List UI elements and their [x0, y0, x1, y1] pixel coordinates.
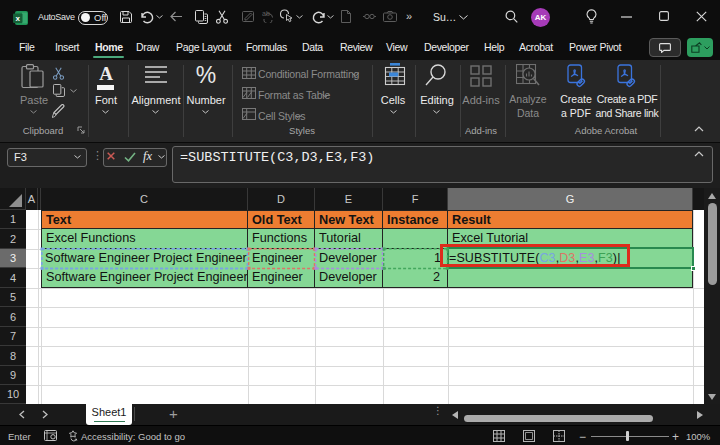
svg-text:x: x	[15, 14, 20, 23]
